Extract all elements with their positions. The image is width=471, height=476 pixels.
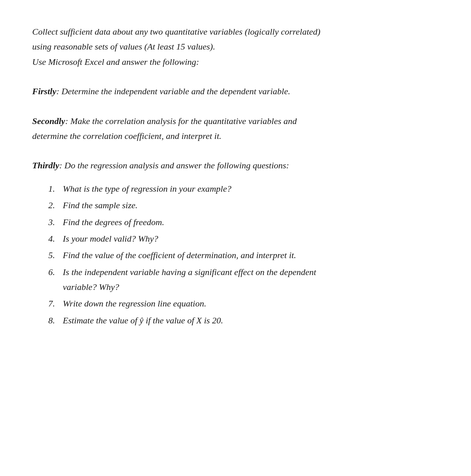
list-text-4: Is your model valid? Why? xyxy=(63,231,439,246)
list-text-5: Find the value of the coefficient of det… xyxy=(63,248,439,263)
list-text-7: Write down the regression line equation. xyxy=(63,296,439,311)
list-item: 5. Find the value of the coefficient of … xyxy=(48,248,439,263)
firstly-section: Firstly: Determine the independent varia… xyxy=(32,84,439,99)
secondly-section: Secondly: Make the correlation analysis … xyxy=(32,114,439,144)
list-item: 1. What is the type of regression in you… xyxy=(48,181,439,196)
intro-line1: Collect sufficient data about any two qu… xyxy=(32,27,320,37)
list-number-8: 8. xyxy=(48,313,63,328)
list-item: 7. Write down the regression line equati… xyxy=(48,296,439,311)
list-item: 4. Is your model valid? Why? xyxy=(48,231,439,246)
secondly-body: determine the correlation coefficient, a… xyxy=(32,128,439,143)
list-item: 3. Find the degrees of freedom. xyxy=(48,215,439,230)
intro-line3: Use Microsoft Excel and answer the follo… xyxy=(32,57,199,67)
thirdly-list: 1. What is the type of regression in you… xyxy=(32,181,439,328)
list-item: 6. Is the independent variable having a … xyxy=(48,265,439,295)
list-text-8: Estimate the value of ŷ if the value of … xyxy=(63,313,439,328)
thirdly-label: Thirdly xyxy=(32,160,59,170)
firstly-label: Firstly xyxy=(32,86,56,96)
list-number-5: 5. xyxy=(48,248,63,263)
intro-line2: using reasonable sets of values (At leas… xyxy=(32,41,215,52)
list-text-6b: variable? Why? xyxy=(63,282,119,292)
list-number-6: 6. xyxy=(48,265,63,279)
list-number-1: 1. xyxy=(48,181,63,196)
list-number-7: 7. xyxy=(48,296,63,311)
thirdly-section: Thirdly: Do the regression analysis and … xyxy=(32,158,439,328)
secondly-title: Secondly: Make the correlation analysis … xyxy=(32,114,439,128)
intro-section: Collect sufficient data about any two qu… xyxy=(32,24,439,69)
list-text-1: What is the type of regression in your e… xyxy=(63,181,439,196)
list-item: 8. Estimate the value of ŷ if the value … xyxy=(48,313,439,328)
secondly-label: Secondly xyxy=(32,116,65,126)
list-number-2: 2. xyxy=(48,198,63,213)
list-text-6a: Is the independent variable having a sig… xyxy=(63,265,316,279)
list-text-2: Find the sample size. xyxy=(63,198,439,213)
thirdly-title: Thirdly: Do the regression analysis and … xyxy=(32,158,439,173)
list-item: 2. Find the sample size. xyxy=(48,198,439,213)
list-number-4: 4. xyxy=(48,231,63,246)
main-content: Collect sufficient data about any two qu… xyxy=(32,24,439,328)
list-number-3: 3. xyxy=(48,215,63,230)
list-text-3: Find the degrees of freedom. xyxy=(63,215,439,230)
firstly-title: Firstly: Determine the independent varia… xyxy=(32,84,439,99)
